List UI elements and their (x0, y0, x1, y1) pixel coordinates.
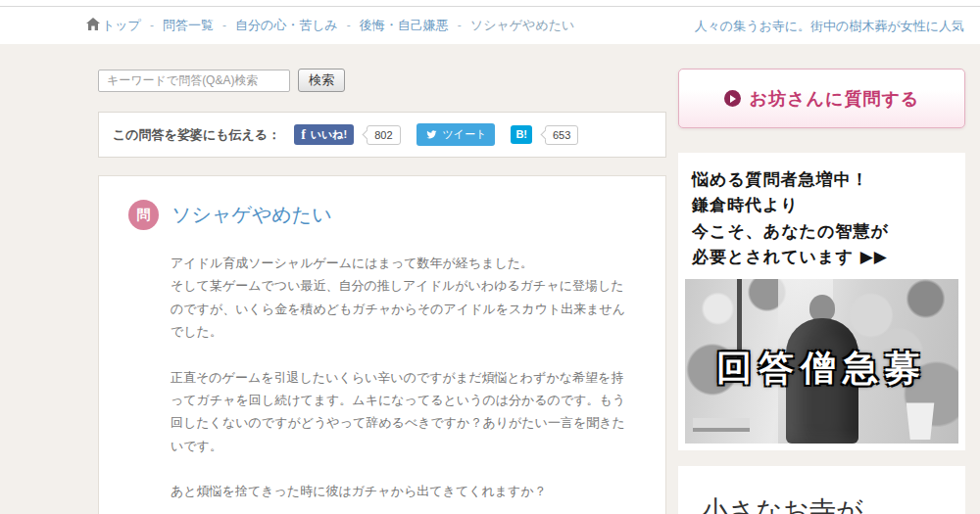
twitter-bird-icon (425, 129, 438, 140)
play-circle-icon (724, 90, 741, 107)
question-header: 問 ソシャゲやめたい (128, 200, 636, 230)
question-body: アイドル育成ソーシャルゲームにはまって数年が経ちました。 そして某ゲームでつい最… (128, 252, 636, 503)
question-badge-icon: 問 (128, 200, 159, 230)
facebook-icon: f (301, 130, 306, 140)
sidebar: お坊さんに質問する 悩める質問者急増中！ 鎌倉時代より 今こそ、あなたの智慧が … (678, 69, 965, 514)
ad-copy-line: 今こそ、あなたの智慧が (692, 218, 956, 244)
tweet-label: ツイート (443, 127, 487, 142)
search-row: 検索 (98, 69, 666, 92)
facebook-like-button[interactable]: f いいね! (294, 124, 354, 145)
breadcrumb-item-top[interactable]: トップ (86, 17, 141, 34)
search-button[interactable]: 検索 (298, 69, 345, 92)
ad-copy-line: 鎌倉時代より (692, 192, 956, 217)
ask-monk-button[interactable]: お坊さんに質問する (678, 69, 965, 128)
question-paragraph: そして某ゲームでつい最近、自分の推しアイドルがいわゆるガチャに登場したのですが、… (171, 274, 636, 343)
search-input[interactable] (98, 70, 290, 92)
site-header: トップ - 問答一覧 - 自分の心・苦しみ - 後悔・自己嫌悪 - ソシャゲやめ… (0, 7, 980, 44)
facebook-like-count: 802 (367, 125, 400, 145)
question-card: 問 ソシャゲやめたい アイドル育成ソーシャルゲームにはまって数年が経ちました。 … (98, 175, 666, 514)
hatena-bookmark-count: 653 (545, 125, 578, 145)
header-news-link[interactable]: 人々の集うお寺に。街中の樹木葬が女性に人気 (695, 19, 964, 33)
breadcrumb-item-subcategory[interactable]: 後悔・自己嫌悪 (360, 17, 449, 34)
home-icon (86, 18, 100, 30)
question-title: ソシャゲやめたい (172, 202, 332, 228)
breadcrumb: トップ - 問答一覧 - 自分の心・苦しみ - 後悔・自己嫌悪 - ソシャゲやめ… (86, 17, 574, 34)
main-column: 検索 この問答を娑婆にも伝える： f いいね! 802 ツイート B! 653 … (98, 69, 666, 514)
breadcrumb-separator: - (150, 19, 154, 32)
monk-recruitment-ad[interactable]: 悩める質問者急増中！ 鎌倉時代より 今こそ、あなたの智慧が 必要とされています … (678, 153, 965, 450)
breadcrumb-item-current: ソシャゲやめたい (470, 17, 574, 34)
breadcrumb-item-list[interactable]: 問答一覧 (163, 17, 214, 34)
question-paragraph: 正直そのゲームを引退したいくらい辛いのですがまだ煩悩とわずかな希望を持ってガチャ… (171, 366, 636, 458)
page-content: 検索 この問答を娑婆にも伝える： f いいね! 802 ツイート B! 653 … (0, 44, 980, 514)
question-paragraph: アイドル育成ソーシャルゲームにはまって数年が経ちました。 (171, 252, 636, 274)
header-news-link-wrap: 人々の集うお寺に。街中の樹木葬が女性に人気 (695, 17, 964, 35)
ad-photo-caption: 回答僧急募 (716, 345, 927, 393)
flower-pot (904, 402, 937, 440)
monk-photo: 回答僧急募 (685, 279, 958, 444)
top-divider (0, 0, 980, 7)
breadcrumb-separator: - (458, 19, 462, 32)
share-bar: この問答を娑婆にも伝える： f いいね! 802 ツイート B! 653 (98, 112, 666, 158)
ad-copy-line: 悩める質問者急増中！ (692, 166, 956, 192)
ask-monk-button-label: お坊さんに質問する (750, 87, 920, 111)
facebook-like-label: いいね! (311, 127, 347, 142)
question-paragraph: あと煩悩を捨てきった時に彼はガチャから出てきてくれますか？ (171, 480, 636, 502)
hatena-bookmark-button[interactable]: B! (511, 125, 532, 144)
breadcrumb-separator: - (347, 19, 351, 32)
tweet-button[interactable]: ツイート (416, 123, 496, 146)
ad-copy-line: 必要とされています ▶▶ (692, 244, 956, 269)
breadcrumb-item-category[interactable]: 自分の心・苦しみ (235, 17, 338, 34)
breadcrumb-separator: - (222, 19, 226, 32)
sidebar-next-card[interactable]: 小さなお寺が (678, 466, 965, 514)
ad-copy: 悩める質問者急増中！ 鎌倉時代より 今こそ、あなたの智慧が 必要とされています … (685, 160, 958, 279)
garden-bench (693, 418, 750, 432)
share-label: この問答を娑婆にも伝える： (113, 126, 280, 144)
sidebar-next-card-title: 小さなお寺が (702, 493, 942, 514)
